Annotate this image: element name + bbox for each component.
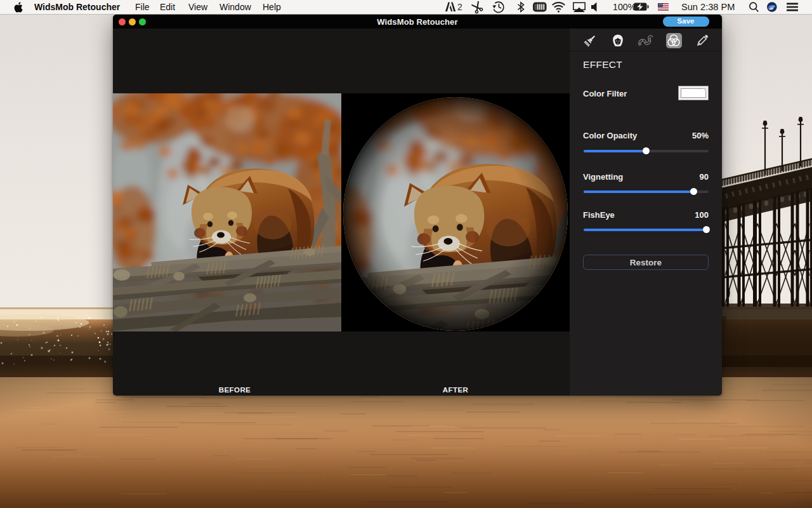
svg-text:2: 2 [457,2,462,12]
svg-text:Sun 2:38 PM: Sun 2:38 PM [681,2,735,12]
svg-text:100%: 100% [613,2,636,12]
